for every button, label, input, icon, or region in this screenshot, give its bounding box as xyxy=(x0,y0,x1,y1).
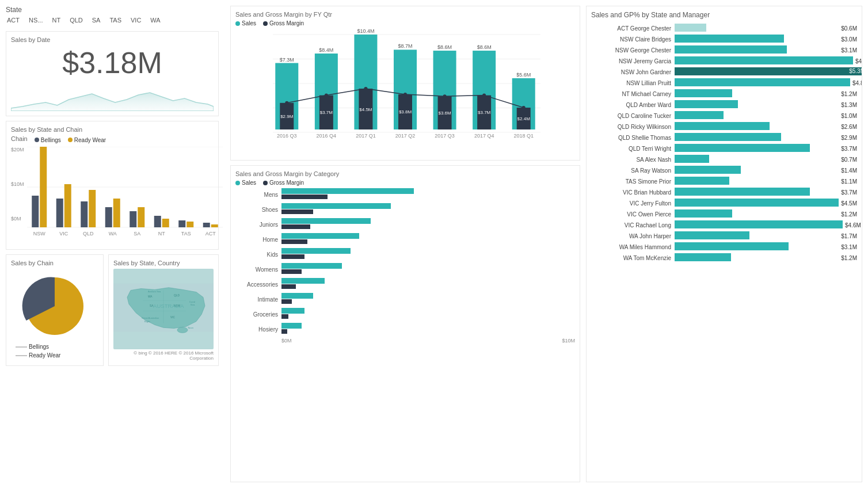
svg-text:2016 Q4: 2016 Q4 xyxy=(317,133,337,139)
sparkline xyxy=(11,82,214,111)
state-tab-tas[interactable]: TAS xyxy=(108,16,123,24)
state-tab-sa[interactable]: SA xyxy=(91,16,102,24)
svg-point-96 xyxy=(403,93,407,96)
svg-text:$3.7M: $3.7M xyxy=(320,110,333,115)
manager-bar xyxy=(675,209,732,218)
svg-text:NT: NT xyxy=(158,231,165,237)
manager-name: QLD Ricky Wilkinson xyxy=(591,124,675,130)
manager-bar-container xyxy=(675,111,839,120)
manager-bar xyxy=(675,155,709,163)
svg-point-94 xyxy=(325,94,328,97)
manager-bar xyxy=(675,89,732,97)
sgm-qtr-legend: Sales Gross Margin xyxy=(235,20,575,26)
cat-row: Hosiery xyxy=(235,323,575,336)
sales-by-chain-title: Sales by Chain xyxy=(11,260,98,266)
manager-bar-container xyxy=(675,56,853,66)
svg-point-93 xyxy=(285,101,288,105)
manager-row: QLD Amber Ward$1.3M xyxy=(591,100,857,109)
manager-bar-container xyxy=(675,24,839,33)
svg-text:2017 Q4: 2017 Q4 xyxy=(474,133,494,139)
svg-rect-25 xyxy=(211,224,218,227)
svg-text:$8.6M: $8.6M xyxy=(477,44,492,50)
manager-bar-container xyxy=(675,231,839,241)
svg-text:TAS: TAS xyxy=(181,231,191,237)
state-tab-qld[interactable]: QLD xyxy=(68,16,84,24)
svg-text:VIC: VIC xyxy=(59,231,68,237)
cat-bar-wrap xyxy=(281,308,575,321)
readywear-pie-label: Ready Wear xyxy=(29,352,60,359)
manager-row: VIC Brian Hubbard$3.7M xyxy=(591,188,857,197)
cat-row: Home xyxy=(235,233,575,246)
svg-text:$7.3M: $7.3M xyxy=(280,57,294,63)
manager-bar xyxy=(675,78,850,86)
state-tab-wa[interactable]: WA xyxy=(149,16,161,24)
svg-text:WA: WA xyxy=(109,231,117,237)
cat-bar-wrap xyxy=(281,323,575,336)
cat-sales-bar xyxy=(281,233,359,239)
manager-row: VIC Jerry Fulton$4.5M xyxy=(591,199,857,208)
australia-map: WA QLD NSW VIC SA Arafura Sea Coral Sea … xyxy=(113,269,214,349)
sgp-title: Sales and GP% by State and Manager xyxy=(591,11,857,19)
svg-text:VIC: VIC xyxy=(170,316,176,319)
manager-name: ACT George Chester xyxy=(591,25,675,32)
manager-bar-container xyxy=(675,209,839,219)
readywear-legend: Ready Wear xyxy=(68,137,106,143)
svg-point-97 xyxy=(443,94,447,98)
svg-rect-22 xyxy=(186,222,193,227)
readywear-pie-legend: Ready Wear xyxy=(16,352,98,359)
manager-bar-container: $5.3M xyxy=(675,67,862,77)
svg-text:$8.7M: $8.7M xyxy=(398,43,412,49)
svg-text:AUSTRALIA: AUSTRALIA xyxy=(153,303,184,309)
manager-row: WA Miles Hammond$3.1M xyxy=(591,242,857,251)
manager-value: $0.6M xyxy=(841,25,857,32)
cat-label: Hosiery xyxy=(235,326,281,333)
svg-text:Coral: Coral xyxy=(189,300,195,303)
cat-sales-bar xyxy=(281,263,342,269)
svg-text:$10.4M: $10.4M xyxy=(357,29,374,34)
cat-sales-bar xyxy=(281,278,325,284)
state-tab-act[interactable]: ACT xyxy=(6,16,21,24)
manager-bar xyxy=(675,177,729,185)
cat-label: Womens xyxy=(235,266,281,273)
bellings-pie-label: Bellings xyxy=(29,344,49,350)
cat-row: Groceries xyxy=(235,308,575,321)
manager-bar xyxy=(675,144,810,152)
cat-gm-bar xyxy=(281,269,302,274)
manager-value: $1.3M xyxy=(841,102,857,108)
manager-name: WA John Harper xyxy=(591,233,675,239)
sales-gm-qtr-card: Sales and Gross Margin by FY Qtr Sales G… xyxy=(230,6,580,161)
manager-row: WA Tom McKenzie$1.2M xyxy=(591,253,857,262)
cat-sales-bar xyxy=(281,188,414,194)
manager-name: SA Alex Nash xyxy=(591,157,675,163)
manager-bar xyxy=(675,188,810,196)
manager-bar xyxy=(675,231,749,239)
manager-row: ACT George Chester$0.6M xyxy=(591,24,857,33)
sales-by-state-country-card: Sales by State, Country WA xyxy=(108,254,219,366)
manager-name: VIC Owen Pierce xyxy=(591,211,675,218)
manager-row: NSW Jeremy Garcia$4.9M xyxy=(591,56,857,66)
manager-bar-container xyxy=(675,122,839,131)
manager-value: $1.1M xyxy=(841,178,857,185)
svg-text:Arafura Sea: Arafura Sea xyxy=(148,290,161,293)
manager-bar-container xyxy=(675,188,839,197)
sgm-qtr-chart: $7.3M$2.9M2016 Q3$8.4M$3.7M2016 Q4$10.4M… xyxy=(235,29,575,155)
state-tab-vic[interactable]: VIC xyxy=(130,16,142,24)
cat-bar-wrap xyxy=(281,203,575,216)
bellings-dot xyxy=(35,138,39,142)
manager-row: NSW George Chester$3.1M xyxy=(591,45,857,55)
manager-bar-container xyxy=(675,242,839,251)
cat-sales-bar xyxy=(281,248,351,254)
gm-legend-cat: Gross Margin xyxy=(263,180,304,186)
manager-value: $3.1M xyxy=(841,47,857,54)
state-tab-nsns[interactable]: NS... xyxy=(28,16,44,24)
y-axis-20m: $20M xyxy=(11,147,24,152)
state-tab-nt[interactable]: NT xyxy=(51,16,62,24)
svg-text:$3.6M: $3.6M xyxy=(438,110,451,116)
manager-bar: $5.3M xyxy=(675,67,862,75)
manager-name: NSW Lillian Pruitt xyxy=(591,80,675,86)
manager-row: NSW Claire Bridges$3.0M xyxy=(591,35,857,44)
cat-x-0: $0M xyxy=(281,338,292,344)
cat-row: Accessories xyxy=(235,278,575,291)
svg-rect-6 xyxy=(56,199,63,227)
svg-text:$2.4M: $2.4M xyxy=(517,116,531,121)
